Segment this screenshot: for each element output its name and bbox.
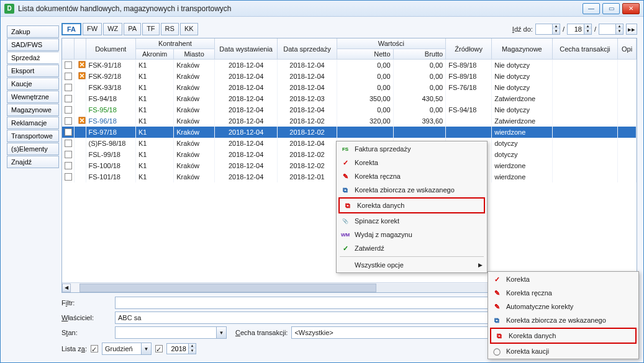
table-row[interactable]: FS-96/18K1Kraków2018-12-042018-12-02320,… [62, 115, 637, 127]
toptab-fa[interactable]: FA [61, 23, 81, 35]
table-row[interactable]: FS-95/18K1Kraków2018-12-042018-12-040,00… [62, 104, 637, 115]
goto-field-1[interactable]: ▲▼ [535, 24, 560, 35]
table-row[interactable]: FSK-91/18K1Kraków2018-12-042018-12-040,0… [62, 60, 637, 71]
menu-item[interactable]: ⧉Korekta danych [491, 329, 635, 343]
col-zrodlowy[interactable]: Źródłowy [446, 38, 492, 60]
col-akronim[interactable]: Akronim [135, 49, 173, 60]
row-checkbox[interactable] [65, 162, 72, 169]
menu-icon: ✓ [340, 158, 351, 168]
maximize-button[interactable]: ▭ [602, 3, 620, 14]
menu-item[interactable]: ✓Korekta [489, 272, 638, 286]
row-checkbox[interactable] [65, 151, 72, 158]
sidetab-zakup[interactable]: Zakup [7, 25, 59, 38]
sidetab-znajdź[interactable]: Znajdź [7, 156, 59, 168]
menu-item[interactable]: ✎Automatyczne korekty [489, 300, 638, 313]
table-row[interactable]: FSK-92/18K1Kraków2018-12-042018-12-040,0… [62, 71, 637, 82]
toptab-wz[interactable]: WZ [103, 23, 122, 35]
sidetab-magazynowe[interactable]: Magazynowe [7, 104, 59, 116]
stan-label: Stan: [61, 329, 111, 336]
col-cecha[interactable]: Cecha transakcji [552, 38, 618, 60]
menu-icon: ⧉ [340, 185, 351, 195]
year-checkbox[interactable]: ✓ [155, 345, 163, 352]
flag-icon [77, 61, 86, 68]
menu-item[interactable]: ✎Korekta ręczna [337, 169, 486, 183]
filtr-label: Filtr: [61, 299, 111, 307]
menu-item[interactable]: ◯Korekta kaucji [489, 344, 638, 358]
sidetab-sprzedaż[interactable]: Sprzedaż [7, 52, 59, 64]
toptab-rs[interactable]: RS [161, 23, 179, 35]
row-checkbox[interactable] [65, 95, 72, 102]
menu-icon: ⧉ [491, 315, 502, 325]
month-combo[interactable]: Grudzień▼ [102, 343, 152, 355]
goto-label: Idź do: [512, 25, 533, 33]
toptab-fw[interactable]: FW [83, 23, 102, 35]
menu-icon: WM [340, 230, 351, 240]
context-menu-main[interactable]: FSFaktura sprzedaży✓Korekta✎Korekta ręcz… [336, 141, 488, 273]
goto-field-2[interactable]: ▲▼ [567, 24, 592, 35]
goto-field-3[interactable]: ▲▼ [599, 24, 624, 35]
col-opis[interactable]: Opi [618, 38, 637, 60]
menu-item[interactable]: ✎Korekta ręczna [489, 286, 638, 300]
menu-icon: 📎 [340, 216, 351, 226]
col-data-wystawienia[interactable]: Data wystawienia [214, 38, 278, 60]
sidetab-sad/fws[interactable]: SAD/FWS [7, 38, 59, 51]
col-miasto[interactable]: Miasto [174, 49, 215, 60]
toptab-kk[interactable]: KK [180, 23, 198, 35]
menu-item[interactable]: ✓Zatwierdź [337, 241, 486, 255]
menu-item[interactable]: ⧉Korekta zbiorcza ze wskazanego [337, 183, 486, 197]
row-checkbox[interactable] [65, 73, 72, 80]
row-checkbox[interactable] [65, 84, 72, 91]
menu-icon: ✓ [340, 243, 351, 253]
table-row[interactable]: FS-97/18K1Kraków2018-12-042018-12-02wier… [62, 127, 637, 138]
context-menu-add[interactable]: ✓Korekta✎Korekta ręczna✎Automatyczne kor… [488, 271, 639, 359]
col-data-sprzedazy[interactable]: Data sprzedaży [278, 38, 337, 60]
minimize-button[interactable]: — [583, 3, 600, 14]
menu-icon: ✎ [491, 302, 502, 311]
menu-icon: ◯ [491, 346, 502, 356]
row-checkbox[interactable] [65, 128, 72, 136]
sidetab-reklamacje[interactable]: Reklamacje [7, 117, 59, 129]
table-row[interactable]: FSK-93/18K1Kraków2018-12-042018-12-040,0… [62, 82, 637, 93]
menu-item[interactable]: 📎Spinacz korekt [337, 214, 486, 228]
sidetab-kaucje[interactable]: Kaucje [7, 78, 59, 90]
year-spin[interactable]: ▲▼ [166, 343, 196, 354]
sidetab-eksport[interactable]: Eksport [7, 65, 59, 77]
scroll-left-arrow[interactable]: ◀ [62, 284, 71, 292]
menu-item-all-options[interactable]: Wszystkie opcje [337, 258, 486, 272]
sidetab-(s)elementy[interactable]: (s)Elementy [7, 143, 59, 155]
goto-group: Idź do: ▲▼ / ▲▼ / ▲▼ ▸▸ [512, 24, 637, 35]
close-button[interactable]: ✕ [622, 3, 640, 14]
month-checkbox[interactable]: ✓ [91, 345, 98, 352]
col-dokument[interactable]: Dokument [86, 38, 135, 60]
col-kontrahent[interactable]: Kontrahent [135, 38, 214, 49]
toptab-pa[interactable]: PA [124, 23, 141, 35]
menu-icon: ✎ [340, 171, 351, 181]
scroll-thumb[interactable] [79, 284, 376, 292]
row-checkbox[interactable] [65, 117, 72, 125]
goto-button[interactable]: ▸▸ [626, 24, 637, 35]
wlasciciel-label: Właściciel: [61, 314, 111, 321]
sidetab-wewnętrzne[interactable]: Wewnętrzne [7, 91, 59, 103]
menu-item[interactable]: ✓Korekta [337, 156, 486, 169]
row-checkbox[interactable] [65, 106, 72, 114]
app-window: D Lista dokumentów handlowych, magazynow… [0, 0, 644, 363]
row-checkbox[interactable] [65, 61, 72, 69]
menu-icon: ⧉ [342, 200, 353, 210]
menu-item[interactable]: ⧉Korekta danych [340, 199, 484, 212]
row-checkbox[interactable] [65, 140, 72, 147]
col-magazynowe[interactable]: Magazynowe [492, 38, 552, 60]
col-netto[interactable]: Netto [337, 49, 393, 60]
menu-item[interactable]: FSFaktura sprzedaży [337, 142, 486, 156]
stan-combo[interactable]: ▼ [115, 326, 227, 339]
menu-icon: FS [340, 144, 351, 154]
menu-item[interactable]: WMWydaj z magazynu [337, 228, 486, 241]
row-checkbox[interactable] [65, 173, 72, 181]
toptab-tf[interactable]: TF [142, 23, 159, 35]
side-tabs: ZakupSAD/FWSSprzedażEksportKaucjeWewnętr… [7, 23, 59, 362]
menu-item[interactable]: ⧉Korekta zbiorcza ze wskazanego [489, 313, 638, 327]
table-row[interactable]: FS-94/18K1Kraków2018-12-042018-12-03350,… [62, 93, 637, 104]
col-wartosci[interactable]: Wartości [337, 38, 446, 49]
col-brutto[interactable]: Brutto [393, 49, 446, 60]
titlebar: D Lista dokumentów handlowych, magazynow… [1, 1, 643, 17]
sidetab-transportowe[interactable]: Transportowe [7, 130, 59, 142]
